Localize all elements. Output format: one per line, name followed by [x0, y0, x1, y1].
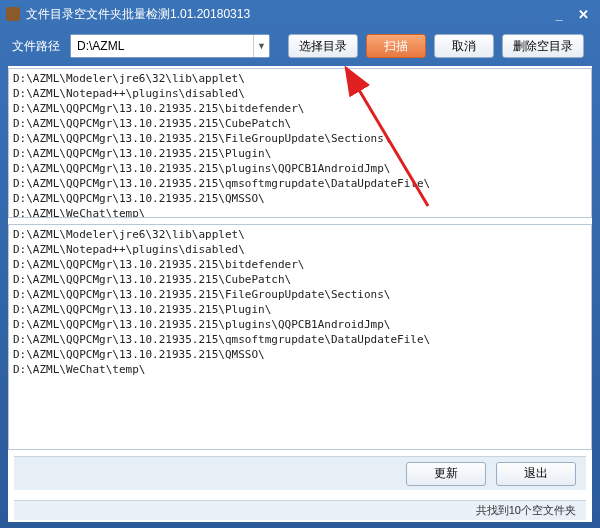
list-item[interactable]: D:\AZML\WeChat\temp\ — [13, 362, 587, 377]
path-label: 文件路径 — [12, 38, 60, 55]
app-window: 文件目录空文件夹批量检测1.01.20180313 _ ✕ 文件路径 ▼ 选择目… — [0, 0, 600, 528]
app-icon — [6, 7, 20, 21]
list-item[interactable]: D:\AZML\QQPCMgr\13.10.21935.215\Plugin\ — [13, 302, 587, 317]
top-results-list[interactable]: D:\AZML\Modeler\jre6\32\lib\applet\D:\AZ… — [8, 68, 592, 218]
list-item[interactable]: D:\AZML\QQPCMgr\13.10.21935.215\QMSSO\ — [13, 347, 587, 362]
list-item[interactable]: D:\AZML\QQPCMgr\13.10.21935.215\Plugin\ — [13, 146, 587, 161]
footer-bar: 更新 退出 — [14, 456, 586, 490]
list-item[interactable]: D:\AZML\QQPCMgr\13.10.21935.215\CubePatc… — [13, 272, 587, 287]
cancel-button[interactable]: 取消 — [434, 34, 494, 58]
scan-button[interactable]: 扫描 — [366, 34, 426, 58]
list-item[interactable]: D:\AZML\QQPCMgr\13.10.21935.215\FileGrou… — [13, 131, 587, 146]
list-item[interactable]: D:\AZML\QQPCMgr\13.10.21935.215\bitdefen… — [13, 257, 587, 272]
chevron-down-icon[interactable]: ▼ — [253, 35, 269, 57]
path-input[interactable] — [71, 35, 253, 57]
content-area: D:\AZML\Modeler\jre6\32\lib\applet\D:\AZ… — [8, 66, 592, 522]
status-text: 共找到10个空文件夹 — [476, 503, 576, 518]
list-item[interactable]: D:\AZML\QQPCMgr\13.10.21935.215\FileGrou… — [13, 287, 587, 302]
status-bar: 共找到10个空文件夹 — [14, 500, 586, 520]
path-combobox[interactable]: ▼ — [70, 34, 270, 58]
update-button[interactable]: 更新 — [406, 462, 486, 486]
close-icon[interactable]: ✕ — [576, 7, 590, 21]
list-item[interactable]: D:\AZML\QQPCMgr\13.10.21935.215\qmsoftmg… — [13, 332, 587, 347]
window-title: 文件目录空文件夹批量检测1.01.20180313 — [26, 6, 552, 23]
delete-empty-button[interactable]: 删除空目录 — [502, 34, 584, 58]
list-item[interactable]: D:\AZML\QQPCMgr\13.10.21935.215\CubePatc… — [13, 116, 587, 131]
list-item[interactable]: D:\AZML\Notepad++\plugins\disabled\ — [13, 242, 587, 257]
minimize-icon[interactable]: _ — [552, 7, 566, 21]
bottom-results-list[interactable]: D:\AZML\Modeler\jre6\32\lib\applet\D:\AZ… — [8, 224, 592, 450]
list-item[interactable]: D:\AZML\QQPCMgr\13.10.21935.215\qmsoftmg… — [13, 176, 587, 191]
list-item[interactable]: D:\AZML\QQPCMgr\13.10.21935.215\plugins\… — [13, 317, 587, 332]
list-item[interactable]: D:\AZML\QQPCMgr\13.10.21935.215\plugins\… — [13, 161, 587, 176]
list-item[interactable]: D:\AZML\QQPCMgr\13.10.21935.215\bitdefen… — [13, 101, 587, 116]
list-item[interactable]: D:\AZML\WeChat\temp\ — [13, 206, 587, 218]
select-dir-button[interactable]: 选择目录 — [288, 34, 358, 58]
list-item[interactable]: D:\AZML\Notepad++\plugins\disabled\ — [13, 86, 587, 101]
titlebar: 文件目录空文件夹批量检测1.01.20180313 _ ✕ — [2, 2, 598, 26]
list-item[interactable]: D:\AZML\Modeler\jre6\32\lib\applet\ — [13, 71, 587, 86]
list-item[interactable]: D:\AZML\QQPCMgr\13.10.21935.215\QMSSO\ — [13, 191, 587, 206]
toolbar: 文件路径 ▼ 选择目录 扫描 取消 删除空目录 — [2, 26, 598, 66]
exit-button[interactable]: 退出 — [496, 462, 576, 486]
list-item[interactable]: D:\AZML\Modeler\jre6\32\lib\applet\ — [13, 227, 587, 242]
